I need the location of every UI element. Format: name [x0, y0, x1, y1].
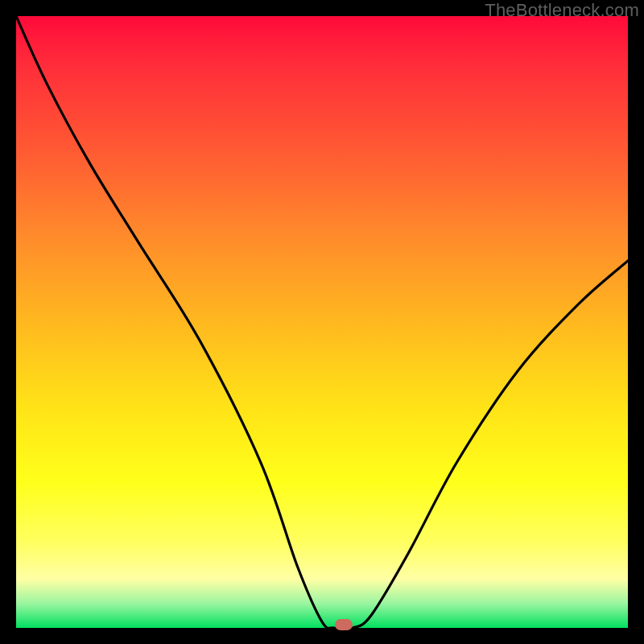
- plot-area: [16, 16, 628, 628]
- watermark-text: TheBottleneck.com: [485, 0, 639, 21]
- bottleneck-curve: [16, 16, 628, 628]
- optimum-marker: [335, 619, 353, 630]
- chart-frame: TheBottleneck.com: [0, 0, 644, 644]
- curve-path: [16, 16, 628, 628]
